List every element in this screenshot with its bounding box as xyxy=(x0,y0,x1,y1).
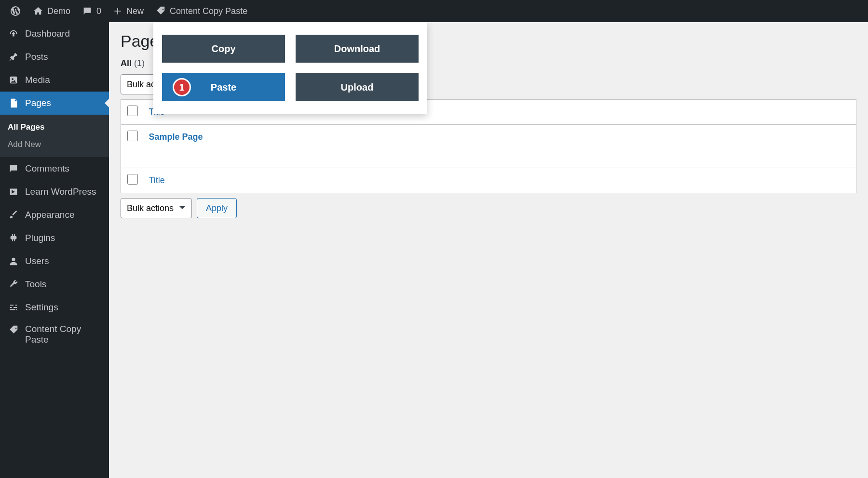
ccp-dropdown-panel: Copy Download 1 Paste Upload xyxy=(153,22,427,114)
table-row: Sample Page xyxy=(121,125,856,168)
pages-submenu: All Pages Add New xyxy=(0,115,109,157)
sidebar-item-label: Plugins xyxy=(25,233,55,243)
select-all-bottom[interactable] xyxy=(127,174,138,185)
bulk-actions-select-bottom[interactable]: Bulk actions xyxy=(121,198,192,218)
brush-icon xyxy=(8,210,19,220)
home-icon xyxy=(33,6,43,16)
plus-icon xyxy=(113,6,122,16)
sidebar-item-label: Content Copy Paste xyxy=(25,324,93,345)
dashboard-icon xyxy=(8,28,19,39)
tag-icon xyxy=(8,325,19,335)
sidebar-item-label: Users xyxy=(25,256,49,266)
sidebar-item-label: Settings xyxy=(25,302,58,313)
sidebar-item-dashboard[interactable]: Dashboard xyxy=(0,22,109,45)
sidebar-item-media[interactable]: Media xyxy=(0,68,109,92)
wrench-icon xyxy=(8,279,19,290)
row-title-link[interactable]: Sample Page xyxy=(149,132,203,142)
pin-icon xyxy=(8,52,19,62)
tag-icon xyxy=(155,6,166,16)
sidebar-item-plugins[interactable]: Plugins xyxy=(0,226,109,250)
admin-bar: Demo 0 New Content Copy Paste xyxy=(0,0,868,22)
sidebar-item-label: Comments xyxy=(25,163,69,174)
sidebar-item-label: Pages xyxy=(25,98,51,108)
comments-link[interactable]: 0 xyxy=(76,0,107,22)
admin-sidebar: Dashboard Posts Media Pages All Pages Ad… xyxy=(0,22,109,478)
comments-icon xyxy=(82,6,93,16)
site-link[interactable]: Demo xyxy=(27,0,76,22)
sidebar-item-tools[interactable]: Tools xyxy=(0,273,109,296)
new-label: New xyxy=(126,6,144,16)
sidebar-item-pages[interactable]: Pages xyxy=(0,92,109,115)
sidebar-item-users[interactable]: Users xyxy=(0,250,109,273)
column-title-footer[interactable]: Title xyxy=(144,168,856,193)
sidebar-item-label: Tools xyxy=(25,279,46,290)
row-checkbox[interactable] xyxy=(127,131,138,141)
sidebar-item-label: Dashboard xyxy=(25,28,70,39)
comments-count: 0 xyxy=(96,6,101,16)
apply-button-bottom[interactable]: Apply xyxy=(197,198,237,218)
submenu-all-pages[interactable]: All Pages xyxy=(0,119,109,136)
ccp-link[interactable]: Content Copy Paste xyxy=(149,0,253,22)
sidebar-item-ccp[interactable]: Content Copy Paste xyxy=(0,319,109,350)
video-icon xyxy=(8,186,19,197)
filter-all-count: (1) xyxy=(134,58,145,68)
sidebar-item-label: Media xyxy=(25,75,50,85)
wordpress-icon xyxy=(10,5,21,17)
select-all-top[interactable] xyxy=(127,106,138,116)
pages-icon xyxy=(8,98,19,108)
sidebar-item-label: Learn WordPress xyxy=(25,186,96,197)
sidebar-item-comments[interactable]: Comments xyxy=(0,157,109,180)
sidebar-item-settings[interactable]: Settings xyxy=(0,296,109,319)
plug-icon xyxy=(8,233,19,243)
filter-all[interactable]: All xyxy=(121,58,132,68)
ccp-paste-button[interactable]: 1 Paste xyxy=(162,73,285,101)
sliders-icon xyxy=(8,302,19,313)
comments-icon xyxy=(8,163,19,174)
sidebar-item-appearance[interactable]: Appearance xyxy=(0,203,109,226)
sidebar-item-label: Appearance xyxy=(25,210,74,220)
submenu-add-new[interactable]: Add New xyxy=(0,136,109,153)
ccp-download-button[interactable]: Download xyxy=(296,35,419,63)
site-name: Demo xyxy=(47,6,70,16)
sidebar-item-label: Posts xyxy=(25,52,48,62)
media-icon xyxy=(8,75,19,85)
ccp-upload-button[interactable]: Upload xyxy=(296,73,419,101)
user-icon xyxy=(8,256,19,266)
ccp-label: Content Copy Paste xyxy=(170,6,247,16)
sidebar-item-posts[interactable]: Posts xyxy=(0,45,109,68)
new-link[interactable]: New xyxy=(107,0,149,22)
sidebar-item-learn-wp[interactable]: Learn WordPress xyxy=(0,180,109,203)
annotation-badge: 1 xyxy=(173,78,191,96)
wp-logo[interactable] xyxy=(4,0,27,22)
tablenav-bottom: Bulk actions Apply xyxy=(121,198,856,218)
ccp-copy-button[interactable]: Copy xyxy=(162,35,285,63)
